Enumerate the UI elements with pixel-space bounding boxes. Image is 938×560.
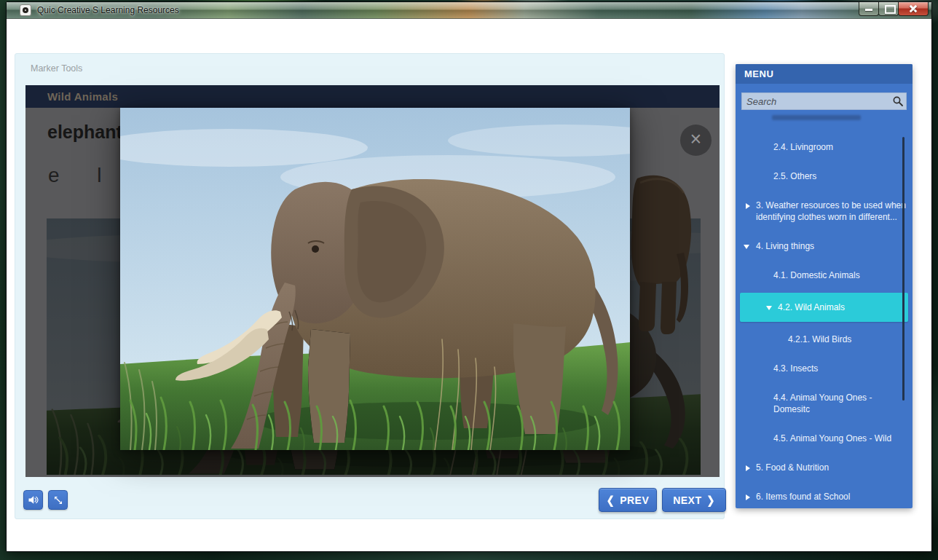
next-button-label: NEXT	[673, 494, 701, 506]
menu-item[interactable]: 4.3. Insects	[736, 354, 913, 383]
menu-item[interactable]: 2.4. Livingroom	[736, 133, 913, 162]
search-icon	[890, 95, 906, 108]
menu-header: MENU	[736, 64, 913, 84]
menu-item[interactable]: 6. Items found at School	[736, 482, 913, 508]
menu-panel: MENU 2.4. Livingroom2.5. Others3. Weathe…	[736, 64, 913, 508]
menu-item[interactable]: 3. Weather resources to be used when ide…	[736, 191, 913, 232]
chevron-down-icon	[744, 245, 749, 249]
menu-item[interactable]: 4.2.1. Wild Birds	[736, 325, 913, 354]
elephant-photo	[120, 108, 630, 450]
window-titlebar[interactable]: Quic Creative S Learning Resources	[7, 2, 931, 19]
elephant-clipart-rear	[630, 173, 694, 337]
menu-title: MENU	[744, 64, 773, 84]
chevron-right-icon	[746, 494, 750, 500]
chevron-right-icon	[746, 465, 750, 471]
lesson-title: Wild Animals	[47, 85, 118, 108]
menu-item-label: 4.4. Animal Young Ones - Domesitc	[773, 393, 872, 414]
menu-item[interactable]: 2.5. Others	[736, 162, 913, 191]
speaker-icon	[27, 494, 39, 506]
enlarged-image-modal[interactable]	[120, 108, 630, 450]
menu-item-label: 3. Weather resources to be used when ide…	[756, 200, 906, 222]
menu-item-label: 4.3. Insects	[773, 363, 818, 374]
scrolled-item-fragment	[772, 115, 861, 120]
chevron-left-icon: ❮	[607, 494, 615, 506]
next-button[interactable]: NEXT ❯	[662, 488, 726, 512]
marker-tools-label: Marker Tools	[31, 63, 82, 74]
menu-item-selected[interactable]: 4.2. Wild Animals	[740, 293, 908, 322]
search-input[interactable]	[742, 93, 890, 109]
menu-item[interactable]: 4.5. Animal Young Ones - Wild	[736, 424, 913, 453]
menu-item-label: 4. Living things	[756, 241, 814, 251]
menu-item-label: 6. Items found at School	[756, 492, 850, 502]
maximize-button[interactable]	[878, 2, 899, 16]
menu-item[interactable]: 4.4. Animal Young Ones - Domesitc	[736, 383, 913, 424]
menu-item-label: 2.5. Others	[773, 171, 816, 181]
fullscreen-button[interactable]	[48, 490, 68, 510]
chevron-right-icon: ❯	[706, 494, 714, 506]
menu-item[interactable]: 5. Food & Nutrition	[736, 453, 913, 482]
prev-button[interactable]: ❮ PREV	[599, 488, 657, 512]
desktop: Quic Creative S Learning Resources Marke…	[0, 0, 938, 560]
audio-button[interactable]	[23, 490, 43, 510]
menu-item-label: 4.2.1. Wild Birds	[788, 334, 851, 344]
menu-item[interactable]: 4.1. Domestic Animals	[736, 261, 913, 290]
chevron-down-icon	[766, 306, 772, 310]
menu-search-box[interactable]	[741, 92, 907, 110]
menu-item[interactable]: 4. Living things	[736, 232, 913, 261]
menu-item-label: 4.2. Wild Animals	[778, 302, 845, 312]
lesson-header-bar: Wild Animals	[25, 85, 720, 108]
menu-item-label: 4.1. Domestic Animals	[773, 270, 860, 280]
fullscreen-expand-icon	[52, 494, 64, 506]
menu-item-label: 5. Food & Nutrition	[756, 462, 829, 473]
prev-button-label: PREV	[620, 494, 649, 506]
menu-item-label: 2.4. Livingroom	[773, 142, 833, 152]
close-window-button[interactable]	[898, 2, 929, 16]
menu-item-label: 4.5. Animal Young Ones - Wild	[773, 433, 891, 443]
app-logo-icon	[20, 4, 31, 16]
menu-scrollbar[interactable]	[902, 137, 904, 401]
menu-list: 2.4. Livingroom2.5. Others3. Weather res…	[736, 127, 913, 508]
flashcard-word: elephant	[47, 122, 122, 143]
minimize-button[interactable]	[859, 2, 879, 16]
chevron-right-icon	[746, 203, 750, 209]
modal-close-icon[interactable]: ×	[680, 125, 712, 156]
window-title: Quic Creative S Learning Resources	[37, 2, 179, 19]
